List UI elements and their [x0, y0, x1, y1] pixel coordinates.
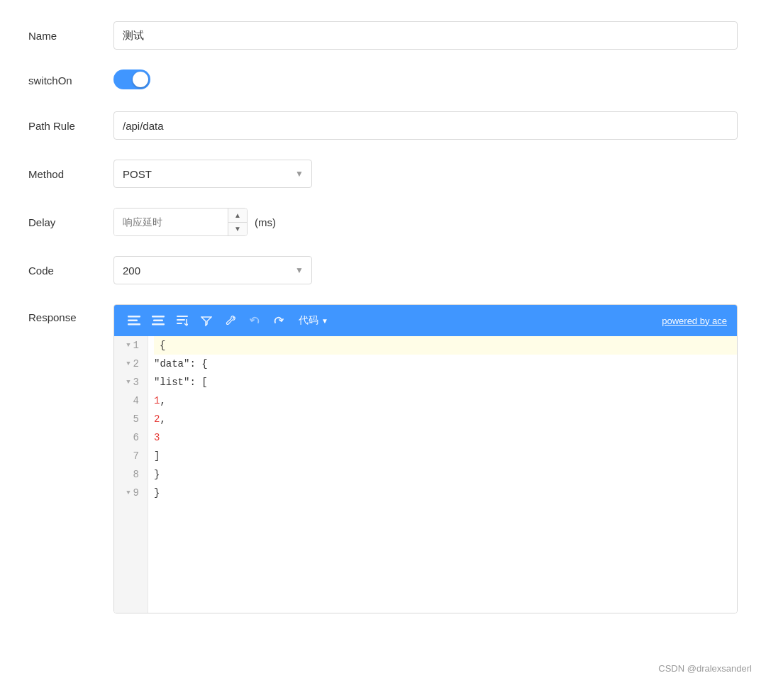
switch-label: switchOn	[28, 74, 113, 87]
path-rule-label: Path Rule	[28, 120, 113, 132]
code-line-12	[154, 539, 737, 557]
path-rule-row: Path Rule	[28, 111, 738, 140]
line-numbers: ▼1 ▼2 ▼3 4 5 6 7 8 ▼9	[114, 336, 148, 613]
svg-rect-1	[128, 320, 138, 322]
delay-unit-label: (ms)	[255, 216, 276, 228]
code-line-8: }	[154, 465, 737, 484]
code-row: Code 200 201 400 401 403 404 500 ▼	[28, 256, 738, 284]
code-line-1: {	[154, 336, 737, 355]
delay-row: Delay ▲ ▼ (ms)	[28, 208, 738, 236]
code-line-13	[154, 557, 737, 576]
powered-by-link[interactable]: powered by ace	[662, 316, 727, 326]
name-input[interactable]	[113, 21, 738, 50]
response-label: Response	[28, 304, 113, 323]
code-line-4: 1,	[154, 391, 737, 410]
code-line-6: 3	[154, 428, 737, 447]
response-editor-wrap: 代码 ▼ powered by ace ▼1 ▼2 ▼3 4 5 6	[113, 304, 738, 613]
editor-toolbar: 代码 ▼ powered by ace	[114, 305, 737, 336]
undo-icon[interactable]	[245, 312, 265, 329]
svg-rect-0	[128, 316, 140, 318]
svg-rect-8	[177, 323, 182, 324]
path-rule-field-wrap	[113, 111, 738, 140]
code-select-wrap: 200 201 400 401 403 404 500 ▼	[113, 256, 738, 284]
code-line-10	[154, 502, 737, 521]
method-row: Method GET POST PUT DELETE PATCH ▼	[28, 160, 738, 188]
delay-input-group: ▲ ▼	[113, 208, 248, 236]
switch-wrap	[113, 70, 738, 91]
delay-decrement-button[interactable]: ▼	[228, 223, 247, 236]
code-line-3: "list": [	[154, 373, 737, 391]
code-area[interactable]: { "data": { "list": [ 1, 2, 3 ] } }	[148, 336, 737, 613]
editor-body[interactable]: ▼1 ▼2 ▼3 4 5 6 7 8 ▼9 { "data": { "list"	[114, 336, 737, 613]
response-row: Response	[28, 304, 738, 613]
redo-icon[interactable]	[269, 312, 289, 329]
code-line-2: "data": {	[154, 355, 737, 373]
code-select[interactable]: 200 201 400 401 403 404 500	[113, 256, 312, 284]
code-mode-label: 代码	[299, 314, 318, 327]
name-row: Name	[28, 21, 738, 50]
svg-rect-6	[177, 316, 188, 317]
delay-spinners: ▲ ▼	[228, 209, 247, 235]
delay-input[interactable]	[114, 209, 228, 235]
wrench-icon[interactable]	[221, 312, 240, 329]
svg-rect-5	[152, 323, 165, 326]
svg-rect-3	[152, 316, 165, 318]
switch-row: switchOn	[28, 70, 738, 91]
code-mode-button[interactable]: 代码 ▼	[293, 311, 334, 330]
delay-label: Delay	[28, 216, 113, 228]
code-line-14	[154, 576, 737, 594]
method-label: Method	[28, 168, 113, 180]
align-icon[interactable]	[148, 313, 168, 328]
delay-increment-button[interactable]: ▲	[228, 209, 247, 223]
watermark: CSDN @dralexsanderl	[0, 655, 766, 682]
method-select-wrap: GET POST PUT DELETE PATCH ▼	[113, 160, 738, 188]
code-line-15	[154, 594, 737, 613]
method-dropdown[interactable]: GET POST PUT DELETE PATCH ▼	[113, 160, 312, 188]
filter-icon[interactable]	[196, 312, 216, 329]
code-line-7: ]	[154, 447, 737, 465]
format-icon[interactable]	[124, 313, 144, 328]
code-line-9: }	[154, 484, 737, 502]
name-label: Name	[28, 30, 113, 42]
path-rule-input[interactable]	[113, 111, 738, 140]
svg-rect-2	[128, 323, 140, 326]
code-label: Code	[28, 265, 113, 277]
delay-control-wrap: ▲ ▼ (ms)	[113, 208, 738, 236]
switch-on-toggle[interactable]	[113, 70, 150, 89]
editor-container: 代码 ▼ powered by ace ▼1 ▼2 ▼3 4 5 6	[113, 304, 738, 613]
sort-icon[interactable]	[172, 312, 192, 329]
code-line-5: 2,	[154, 410, 737, 428]
name-field-wrap	[113, 21, 738, 50]
code-line-11	[154, 521, 737, 539]
code-dropdown[interactable]: 200 201 400 401 403 404 500 ▼	[113, 256, 312, 284]
method-select[interactable]: GET POST PUT DELETE PATCH	[113, 160, 312, 188]
code-mode-chevron-icon: ▼	[321, 317, 328, 325]
svg-rect-7	[177, 319, 185, 321]
svg-rect-4	[153, 320, 163, 322]
